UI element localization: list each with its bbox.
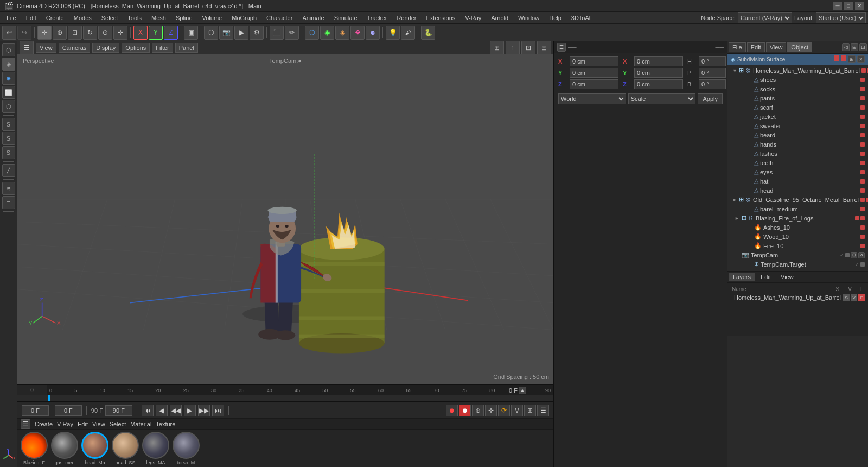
vp-icon-4[interactable]: ⊟ [537,41,551,55]
apply-button[interactable]: Apply [698,93,723,104]
tree-item-jacket[interactable]: △ jacket [729,112,867,121]
menu-create[interactable]: Create [42,14,68,22]
nurbs-button[interactable]: ◉ [320,26,334,40]
tree-item-pants[interactable]: △ pants [729,93,867,103]
layer-tab-view[interactable]: View [776,273,798,281]
menu-vray[interactable]: V-Ray [461,14,486,22]
persp-button[interactable]: ⬡ [204,26,218,40]
go-end-button[interactable]: ⏭ [212,405,224,416]
frame-spinup[interactable]: ▲ [519,387,526,394]
keyframe-button[interactable]: ⊕ [472,405,484,416]
tree-item-wood[interactable]: 🔥 Wood_10 [729,232,867,241]
render-settings-button[interactable]: ⚙ [250,26,264,40]
right-tab-file[interactable]: File [729,42,746,52]
vp-icon-2[interactable]: ↑ [506,41,520,55]
left-tool-7[interactable]: S [2,132,15,145]
coord-sx-input[interactable] [634,56,683,66]
coord-p-input[interactable] [699,68,726,78]
tree-expand-tempcam[interactable]: ⊞ [851,252,857,258]
menu-simulate[interactable]: Simulate [330,14,362,22]
menu-tracker[interactable]: Tracker [363,14,392,22]
left-tool-11[interactable]: ≡ [2,196,15,209]
layer-item[interactable]: Homeless_Man_Warming_Up_at_Barrel S V F [730,293,866,302]
end-frame-input[interactable] [105,405,132,416]
vp-menu-btn[interactable]: ☰ [20,41,34,55]
go-start-button[interactable]: ⏮ [142,405,154,416]
coord-x-input[interactable] [570,56,618,66]
deformer-button[interactable]: ◈ [335,26,349,40]
minimize-button[interactable]: ─ [833,2,842,10]
tree-item-hat[interactable]: △ hat [729,176,867,186]
material-item-blazing[interactable]: Blazing_F [21,432,48,465]
coord-world-select[interactable]: World Object [558,93,626,104]
left-tool-8[interactable]: S [2,146,15,159]
vp-options-menu[interactable]: Options [122,43,150,53]
maximize-button[interactable]: □ [844,2,853,10]
menu-animate[interactable]: Animate [298,14,328,22]
menu-spline[interactable]: Spline [171,14,197,22]
tree-item-head[interactable]: △ head [729,186,867,195]
light-button[interactable]: 💡 [386,26,400,40]
mat-create[interactable]: Create [35,421,53,427]
obj-mode-button[interactable]: ▣ [184,26,198,40]
undo-button[interactable]: ↩ [2,26,16,40]
left-tool-9[interactable]: ╱ [2,164,15,177]
tree-close-tempcam[interactable]: ✕ [858,252,865,258]
material-item-legs[interactable]: legs_MA [142,432,169,465]
subdiv-close[interactable]: ✕ [857,55,865,63]
scale-button[interactable]: ⊡ [68,26,82,40]
menu-file[interactable]: File [2,14,21,22]
snap-button[interactable]: ⊙ [98,26,112,40]
menu-window[interactable]: Window [514,14,544,22]
right-tab-object[interactable]: Object [787,42,812,52]
material-item-head-ma[interactable]: head_Ma [81,432,108,465]
mat-texture[interactable]: Texture [156,421,175,427]
menu-render[interactable]: Render [392,14,420,22]
menu-select[interactable]: Select [97,14,123,22]
layout-select[interactable]: Startup (User) [816,12,866,23]
tree-item-socks[interactable]: △ socks [729,84,867,93]
mat-vray[interactable]: V-Ray [57,421,73,427]
redo-button[interactable]: ↪ [17,26,31,40]
node-space-select[interactable]: Current (V-Ray) [738,12,792,23]
view-mode-button[interactable]: ⬛ [270,26,284,40]
coord-menu-toggle[interactable]: ☰ [557,43,566,52]
layer-solid-icon[interactable]: S [843,294,850,301]
tree-item-sweater[interactable]: △ sweater [729,121,867,130]
tree-item-fire10[interactable]: 🔥 Fire_10 [729,241,867,250]
play-button[interactable]: ▶ [234,26,248,40]
cam-button[interactable]: 📷 [219,26,233,40]
cube-button[interactable]: ⬡ [305,26,319,40]
select-button[interactable]: ⊕ [53,26,67,40]
tree-item-eyes[interactable]: △ eyes [729,167,867,176]
coord-sz-input[interactable] [634,79,683,89]
menu-volume[interactable]: Volume [198,14,227,22]
transform-button[interactable]: ✛ [113,26,127,40]
record-button[interactable]: ⏺ [446,405,458,416]
step-forward-button[interactable]: ▶▶ [198,405,210,416]
menu-edit[interactable]: Edit [22,14,41,22]
coord-h-input[interactable] [699,56,726,66]
timeline-track[interactable] [17,395,553,402]
char-button[interactable]: ☻ [366,26,380,40]
tree-item-barrel-group[interactable]: ► ⊞ ⛓ Old_Gasoline_95_Octane_Metal_Barre… [729,195,867,204]
tree-item-beard[interactable]: △ beard [729,130,867,140]
vray-record-button[interactable]: V [511,405,523,416]
menu-3dtoall[interactable]: 3DToAll [567,14,596,22]
layer-visible-icon[interactable]: V [851,294,857,301]
mat-menu-toggle[interactable]: ☰ [21,419,30,429]
tree-item-tempcam-target[interactable]: ⊕ TempCam.Target ✓ [729,260,867,269]
viewport[interactable]: Perspective TempCam:● Grid Spacing : 50 … [17,54,553,384]
vp-view-menu[interactable]: View [36,43,56,53]
left-tool-10[interactable]: ≋ [2,182,15,195]
tree-item-lashes[interactable]: △ lashes [729,149,867,158]
step-back-button[interactable]: ◀ [156,405,168,416]
vp-filter-menu[interactable]: Filter [152,43,173,53]
left-tool-4[interactable]: ⬜ [2,86,15,99]
subdiv-expand[interactable]: ⊞ [848,55,856,63]
play-forward-button[interactable]: ▶ [184,405,196,416]
menu-extensions[interactable]: Extensions [422,14,459,22]
tree-item-fire-group[interactable]: ► ⊞ ⛓ Blazing_Fire_of_Logs [729,213,867,223]
start-frame-input[interactable] [55,405,82,416]
layer-tab-layers[interactable]: Layers [729,273,755,281]
